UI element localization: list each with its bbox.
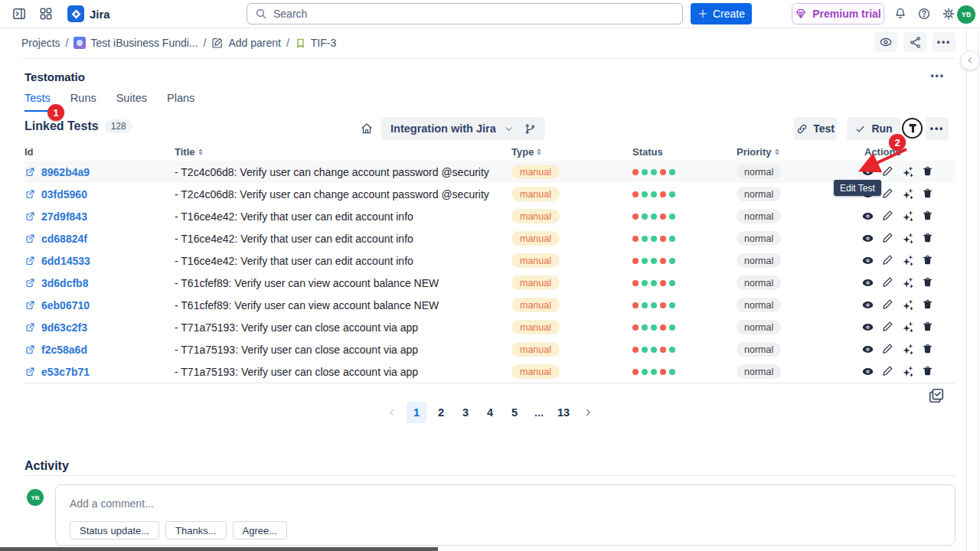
delete-trash-icon[interactable]: [922, 321, 933, 334]
panel-more-button[interactable]: •••: [930, 70, 945, 81]
ai-sparkles-icon[interactable]: [901, 276, 914, 289]
column-header-title[interactable]: Title: [175, 146, 511, 158]
pagination-page-1[interactable]: 1: [407, 402, 426, 423]
tab-tests[interactable]: Tests: [24, 92, 51, 112]
ai-sparkles-icon[interactable]: [901, 298, 914, 311]
ai-sparkles-icon[interactable]: [901, 254, 914, 267]
column-header-id[interactable]: Id: [24, 146, 175, 158]
delete-trash-icon[interactable]: [922, 276, 933, 289]
comment-box[interactable]: Add a comment... Status update...Thanks.…: [55, 484, 956, 546]
tab-suites[interactable]: Suites: [116, 92, 147, 112]
home-icon[interactable]: [360, 122, 374, 135]
edit-pencil-icon[interactable]: [882, 321, 893, 334]
testomatio-logo[interactable]: [902, 118, 923, 139]
view-eye-icon[interactable]: [861, 232, 874, 245]
view-eye-icon[interactable]: [861, 254, 874, 267]
collapse-panel-button[interactable]: [960, 51, 980, 70]
external-link-icon: [24, 299, 36, 311]
quick-reply-button[interactable]: Thanks...: [165, 521, 226, 540]
quick-reply-button[interactable]: Agree...: [233, 521, 288, 540]
ai-sparkles-icon[interactable]: [901, 365, 914, 378]
share-button[interactable]: [903, 32, 926, 52]
edit-pencil-icon[interactable]: [882, 365, 893, 378]
test-id-link[interactable]: 3d6dcfb8: [24, 277, 175, 289]
sidebar-toggle-icon[interactable]: [11, 6, 27, 21]
delete-trash-icon[interactable]: [922, 365, 933, 378]
test-id-link[interactable]: f2c58a6d: [24, 344, 175, 356]
notifications-bell-icon[interactable]: [893, 7, 907, 21]
table-more-button[interactable]: •••: [926, 117, 949, 140]
delete-trash-icon[interactable]: [922, 210, 933, 223]
test-id-link[interactable]: 8962b4a9: [24, 166, 175, 178]
app-switcher-icon[interactable]: [38, 6, 54, 21]
create-button[interactable]: Create: [691, 3, 752, 24]
bottom-taskbar-edge: [0, 547, 438, 551]
view-eye-icon[interactable]: [861, 343, 874, 356]
view-eye-icon[interactable]: [861, 298, 874, 311]
jira-logo[interactable]: [67, 5, 84, 22]
tab-runs[interactable]: Runs: [70, 92, 96, 112]
add-parent-button[interactable]: Add parent: [211, 37, 281, 49]
breadcrumb-projects[interactable]: Projects: [21, 37, 60, 49]
view-eye-icon[interactable]: [861, 276, 874, 289]
breadcrumb-project[interactable]: Test iBusiness Fundi...: [74, 37, 198, 49]
delete-trash-icon[interactable]: [922, 343, 933, 356]
edit-pencil-icon[interactable]: [882, 276, 893, 289]
ai-sparkles-icon[interactable]: [901, 232, 914, 245]
view-eye-icon[interactable]: [861, 365, 874, 378]
ai-sparkles-icon[interactable]: [901, 343, 914, 356]
delete-trash-icon[interactable]: [922, 187, 933, 201]
test-id-link[interactable]: cd68824f: [24, 233, 175, 245]
tab-plans[interactable]: Plans: [167, 92, 194, 112]
pagination-page-3[interactable]: 3: [456, 402, 475, 423]
edit-pencil-icon[interactable]: [882, 187, 893, 201]
edit-pencil-icon[interactable]: [882, 254, 893, 267]
pagination-page-4[interactable]: 4: [480, 402, 500, 423]
column-header-type[interactable]: Type: [511, 146, 632, 158]
status-dot: [642, 169, 648, 175]
help-icon[interactable]: [917, 7, 931, 21]
breadcrumb-separator: /: [66, 37, 69, 49]
scrollbar-track[interactable]: [978, 28, 978, 551]
pagination-page-2[interactable]: 2: [431, 402, 451, 423]
test-id-link[interactable]: 03fd5960: [24, 188, 175, 201]
breadcrumb-issue[interactable]: TIF-3: [295, 37, 336, 49]
search-input[interactable]: Search: [247, 3, 683, 24]
breadcrumb-separator: /: [286, 37, 289, 49]
test-id-link[interactable]: 6dd14533: [24, 255, 175, 267]
type-badge: manual: [511, 187, 560, 201]
ai-sparkles-icon[interactable]: [901, 187, 914, 201]
branch-selector-dropdown[interactable]: Integration with Jira: [381, 117, 545, 140]
ai-sparkles-icon[interactable]: [901, 210, 914, 223]
edit-pencil-icon[interactable]: [882, 343, 893, 356]
branch-icon[interactable]: [524, 123, 536, 135]
pagination-next-icon[interactable]: [578, 402, 598, 423]
test-id-link[interactable]: 9d63c2f3: [24, 321, 175, 334]
test-priority-cell: normal: [737, 276, 840, 291]
edit-pencil-icon[interactable]: [882, 210, 893, 223]
test-priority-cell: normal: [737, 298, 840, 313]
pagination-prev-icon[interactable]: [382, 402, 402, 423]
user-avatar[interactable]: YB: [957, 5, 975, 24]
delete-trash-icon[interactable]: [922, 232, 933, 245]
test-id-link[interactable]: e53c7b71: [24, 366, 175, 378]
pagination-page-5[interactable]: 5: [505, 402, 524, 423]
settings-gear-icon[interactable]: [942, 7, 956, 21]
test-link-button[interactable]: Test: [794, 117, 837, 140]
delete-trash-icon[interactable]: [922, 254, 933, 267]
test-id-link[interactable]: 6eb06710: [24, 299, 175, 311]
ai-sparkles-icon[interactable]: [901, 321, 914, 334]
delete-trash-icon[interactable]: [922, 298, 933, 311]
column-header-priority[interactable]: Priority: [737, 146, 840, 158]
quick-reply-button[interactable]: Status update...: [70, 521, 159, 540]
edit-pencil-icon[interactable]: [882, 232, 893, 245]
watch-eye-button[interactable]: [874, 32, 897, 52]
delete-trash-icon[interactable]: [922, 165, 933, 178]
more-actions-button[interactable]: •••: [933, 32, 956, 52]
edit-pencil-icon[interactable]: [882, 298, 893, 311]
premium-trial-button[interactable]: Premium trial: [792, 3, 884, 24]
pagination-page-13[interactable]: 13: [554, 402, 573, 423]
view-eye-icon[interactable]: [861, 321, 874, 334]
test-id-link[interactable]: 27d9f843: [24, 210, 175, 223]
view-eye-icon[interactable]: [861, 210, 874, 223]
